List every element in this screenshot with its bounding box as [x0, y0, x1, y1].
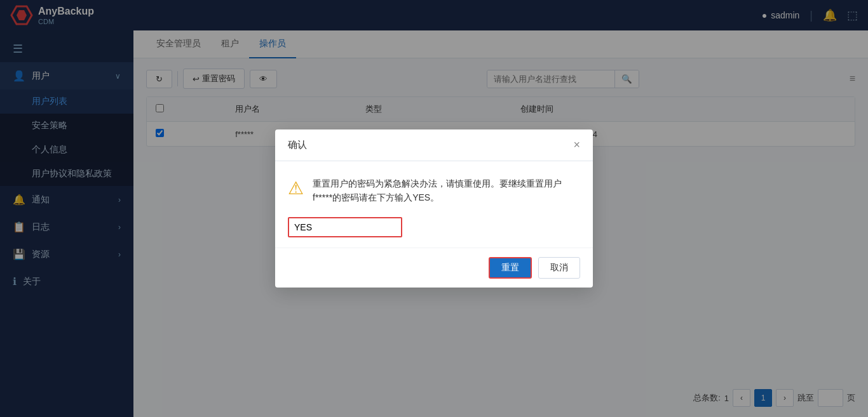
dialog-close-button[interactable]: × — [573, 138, 580, 152]
warning-text: 重置用户的密码为紧急解决办法，请慎重使用。要继续重置用户f*****的密码请在下… — [313, 176, 562, 205]
warning-icon: ⚠ — [288, 178, 304, 199]
dialog-header: 确认 × — [275, 129, 593, 161]
dialog-body: ⚠ 重置用户的密码为紧急解决办法，请慎重使用。要继续重置用户f*****的密码请… — [275, 161, 593, 248]
yes-confirmation-input[interactable] — [288, 217, 402, 237]
confirm-dialog: 确认 × ⚠ 重置用户的密码为紧急解决办法，请慎重使用。要继续重置用户f****… — [275, 129, 593, 288]
dialog-title: 确认 — [288, 139, 307, 151]
dialog-footer: 重置 取消 — [275, 248, 593, 288]
confirm-reset-button[interactable]: 重置 — [489, 257, 532, 279]
dialog-warning: ⚠ 重置用户的密码为紧急解决办法，请慎重使用。要继续重置用户f*****的密码请… — [288, 176, 580, 205]
modal-overlay: 确认 × ⚠ 重置用户的密码为紧急解决办法，请慎重使用。要继续重置用户f****… — [0, 0, 868, 417]
cancel-button[interactable]: 取消 — [538, 257, 580, 279]
